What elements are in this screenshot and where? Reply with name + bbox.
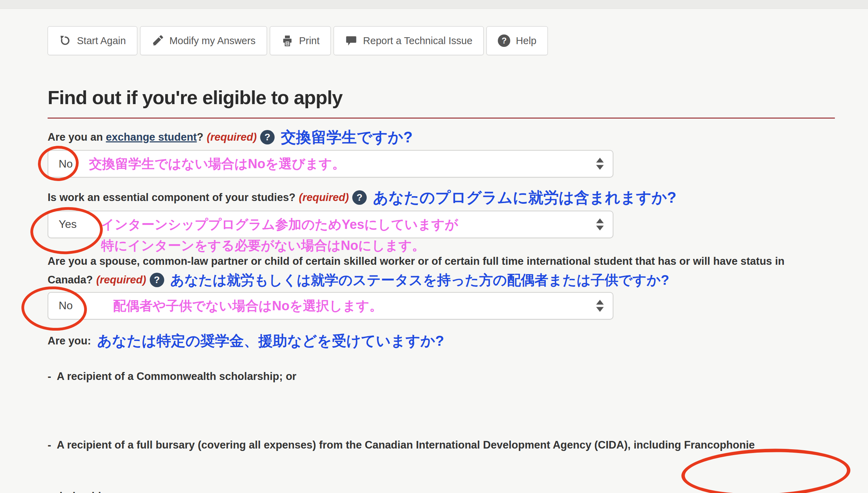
q2-jp-annotation: あなたのプログラムに就労は含まれますか? <box>373 187 676 208</box>
help-label: Help <box>516 35 536 47</box>
question-work-component: Is work an essential component of your s… <box>48 187 835 208</box>
question-spouse-partner: Are you a spouse, common-law partner or … <box>48 254 835 289</box>
q4-bullet-bursary-line1: - A recipient of a full bursary (coverin… <box>48 436 835 454</box>
q3-select[interactable]: No <box>48 292 613 320</box>
pencil-icon <box>151 34 164 47</box>
q2-help-icon[interactable]: ? <box>352 190 367 205</box>
print-label: Print <box>299 35 320 47</box>
q4-bullet-bursary: - A recipient of a full bursary (coverin… <box>48 402 835 493</box>
q1-jp-annotation: 交換留学生ですか? <box>281 127 413 147</box>
q3-required-flag: (required) <box>96 273 146 287</box>
eligibility-questionnaire-page: Start Again Modify my Answers Print Repo… <box>0 0 868 493</box>
printer-icon <box>281 34 294 47</box>
q2-selected-value: Yes <box>59 218 77 231</box>
q3-text-line1: Are you a spouse, common-law partner or … <box>48 254 835 269</box>
q4-jp-annotation: あなたは特定の奨学金、援助などを受けていますか? <box>97 331 444 351</box>
speech-bubble-icon <box>345 34 357 47</box>
top-band <box>0 0 868 9</box>
q2-required-flag: (required) <box>299 190 349 205</box>
restart-icon <box>59 34 71 47</box>
q3-text-line2: Canada? <box>48 273 93 287</box>
q1-select[interactable]: No <box>48 150 613 178</box>
q1-required-flag: (required) <box>207 130 257 144</box>
exchange-student-link[interactable]: exchange student <box>106 131 197 143</box>
q3-jp-annotation: あなたは就労もしくは就学のステータスを持った方の配偶者または子供ですか? <box>170 271 669 289</box>
q1-text-suffix: ? <box>197 131 203 143</box>
print-button[interactable]: Print <box>270 26 331 55</box>
q1-selected-value: No <box>59 158 73 170</box>
question-are-you: Are you: あなたは特定の奨学金、援助などを受けていますか? <box>48 331 835 351</box>
start-again-label: Start Again <box>77 35 126 47</box>
q4-bullet-commonwealth: - A recipient of a Commonwealth scholars… <box>48 368 835 385</box>
q1-help-icon[interactable]: ? <box>260 130 275 144</box>
question-exchange-student: Are you an exchange student? (required) … <box>48 127 835 147</box>
q2-select[interactable]: Yes <box>48 211 613 238</box>
start-again-button[interactable]: Start Again <box>48 26 137 55</box>
report-issue-button[interactable]: Report a Technical Issue <box>334 26 484 55</box>
modify-answers-button[interactable]: Modify my Answers <box>140 26 267 55</box>
q2-select-wrapper: Yes インターンシッププログラム参加のためYesにしていますが 特にインターン… <box>48 211 613 238</box>
q1-text-prefix: Are you an <box>48 131 106 143</box>
q3-select-wrapper: No 配偶者や子供でない場合はNoを選択します。 <box>48 292 613 320</box>
q1-select-wrapper: No 交換留学生ではない場合はNoを選びます。 <box>48 150 613 178</box>
q4-bullet-bursary-line2: scholarships; or <box>48 488 835 493</box>
help-icon: ? <box>498 34 510 47</box>
q3-help-icon[interactable]: ? <box>150 273 164 287</box>
q2-text: Is work an essential component of your s… <box>48 190 295 205</box>
q3-selected-value: No <box>59 299 73 312</box>
page-title: Find out if you're eligible to apply <box>48 86 835 109</box>
q4-text: Are you: <box>48 334 91 348</box>
title-divider <box>48 118 835 119</box>
report-issue-label: Report a Technical Issue <box>363 35 472 47</box>
q2-jp-note-line2: 特にインターンをする必要がない場合はNoにします。 <box>101 235 458 256</box>
help-button[interactable]: ? Help <box>486 26 548 55</box>
modify-answers-label: Modify my Answers <box>169 35 256 47</box>
toolbar: Start Again Modify my Answers Print Repo… <box>48 26 835 55</box>
